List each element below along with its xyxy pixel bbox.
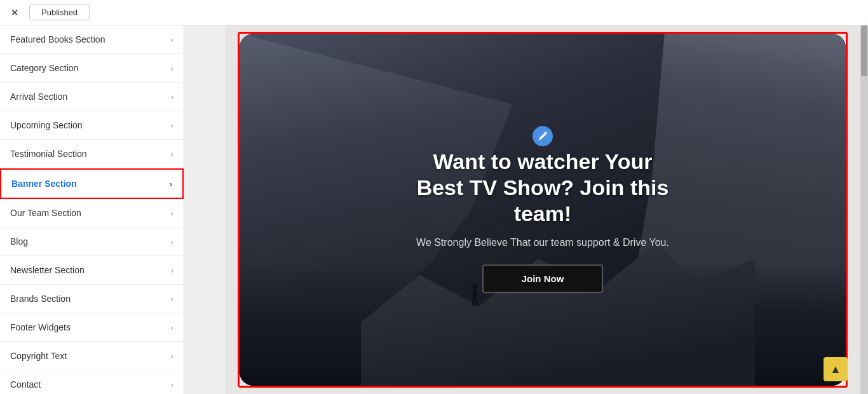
top-bar: ✕ Published: [0, 0, 868, 25]
sidebar-item-label: Brands Section: [10, 294, 71, 304]
banner-subtext: We Strongly Believe That our team suppor…: [409, 236, 676, 251]
person-legs: [470, 299, 479, 306]
sidebar-item-newsletter[interactable]: Newsletter Section›: [0, 256, 184, 285]
chevron-right-icon: ›: [171, 266, 173, 275]
chevron-right-icon: ›: [170, 179, 172, 189]
right-scrollbar[interactable]: [860, 25, 868, 394]
sidebar-item-banner[interactable]: Banner Section›: [0, 168, 184, 199]
published-button[interactable]: Published: [29, 4, 90, 20]
main-layout: Featured Books Section›Category Section›…: [0, 25, 868, 394]
banner-preview-wrapper: Want to watcher Your Best TV Show? Join …: [238, 32, 848, 388]
sidebar-item-label: Featured Books Section: [10, 34, 105, 44]
person-leg-left: [472, 299, 474, 306]
scrollbar-thumb: [861, 25, 867, 76]
sidebar-item-testimonial[interactable]: Testimonial Section›: [0, 140, 184, 168]
chevron-right-icon: ›: [171, 35, 173, 44]
chevron-right-icon: ›: [171, 351, 173, 361]
banner-preview: Want to watcher Your Best TV Show? Join …: [240, 34, 846, 386]
sidebar-item-label: Our Team Section: [10, 208, 81, 218]
chevron-right-icon: ›: [171, 294, 173, 304]
chevron-right-icon: ›: [171, 380, 173, 390]
banner-headline: Want to watcher Your Best TV Show? Join …: [409, 149, 676, 226]
pencil-icon: [538, 131, 548, 141]
sidebar-item-blog[interactable]: Blog›: [0, 228, 184, 256]
sidebar-item-upcoming[interactable]: Upcoming Section›: [0, 111, 184, 140]
sidebar-item-label: Blog: [10, 236, 28, 247]
sidebar-item-our-team[interactable]: Our Team Section›: [0, 199, 184, 228]
scroll-up-button[interactable]: ▲: [824, 357, 848, 381]
sidebar: Featured Books Section›Category Section›…: [0, 25, 184, 394]
sidebar-item-label: Contact: [10, 379, 41, 390]
sidebar-section: Featured Books Section›Category Section›…: [0, 25, 225, 394]
sidebar-item-footer-widgets[interactable]: Footer Widgets›: [0, 313, 184, 342]
sidebar-item-brands[interactable]: Brands Section›: [0, 285, 184, 313]
join-now-button[interactable]: Join Now: [482, 265, 604, 294]
sidebar-item-label: Category Section: [10, 63, 78, 73]
sidebar-item-category[interactable]: Category Section›: [0, 54, 184, 83]
chevron-right-icon: ›: [171, 323, 173, 332]
content-area: Want to watcher Your Best TV Show? Join …: [225, 25, 860, 394]
sidebar-item-label: Copyright Text: [10, 351, 67, 361]
chevron-right-icon: ›: [171, 149, 173, 159]
sidebar-item-label: Banner Section: [11, 179, 77, 189]
sidebar-item-label: Testimonial Section: [10, 149, 87, 159]
close-button[interactable]: ✕: [8, 6, 22, 20]
sidebar-item-contact[interactable]: Contact›: [0, 370, 184, 394]
sidebar-item-label: Newsletter Section: [10, 265, 85, 275]
sidebar-item-label: Upcoming Section: [10, 120, 83, 130]
chevron-right-icon: ›: [171, 64, 173, 73]
sidebar-item-featured-books[interactable]: Featured Books Section›: [0, 25, 184, 54]
chevron-right-icon: ›: [171, 237, 173, 247]
chevron-right-icon: ›: [171, 208, 173, 218]
sidebar-item-label: Footer Widgets: [10, 322, 71, 332]
banner-content: Want to watcher Your Best TV Show? Join …: [409, 126, 676, 293]
chevron-right-icon: ›: [171, 121, 173, 130]
sidebar-item-arrival[interactable]: Arrival Section›: [0, 83, 184, 111]
sidebar-item-copyright[interactable]: Copyright Text›: [0, 342, 184, 370]
person-leg-right: [475, 299, 477, 306]
sidebar-item-label: Arrival Section: [10, 92, 67, 102]
edit-icon-button[interactable]: [532, 126, 553, 146]
chevron-right-icon: ›: [171, 92, 173, 102]
